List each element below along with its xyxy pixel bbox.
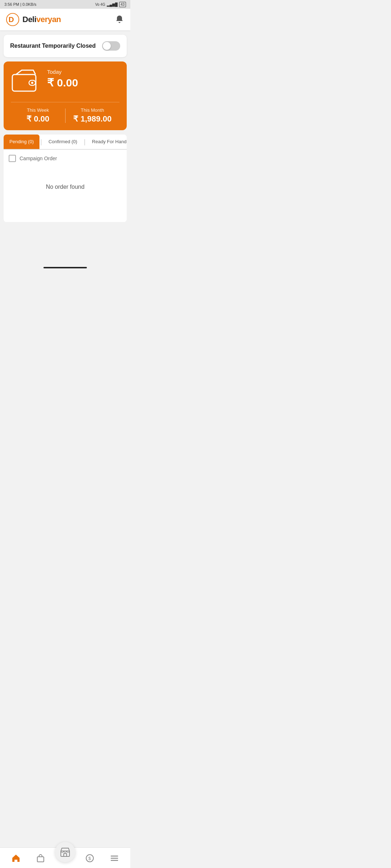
month-label: This Month [66,107,120,113]
order-tabs: Pending (0) | Confirmed (0) | Ready For … [4,135,127,150]
orders-content: Campaign Order No order found [4,150,127,222]
week-earnings-col: This Week ₹ 0.00 [11,107,65,124]
network-icon: Vo 4G [95,3,105,7]
today-amount: ₹ 0.00 [47,76,78,89]
earnings-bottom: This Week ₹ 0.00 This Month ₹ 1,989.00 [11,102,119,124]
tab-pending[interactable]: Pending (0) [4,135,39,150]
notification-bell-icon[interactable] [114,14,125,25]
restaurant-closed-card: Restaurant Temporarily Closed [4,35,127,57]
week-amount: ₹ 0.00 [11,114,65,124]
svg-point-4 [31,82,33,84]
bottom-bar-indicator [43,267,87,268]
wallet-svg [11,69,40,94]
logo-icon: D [6,13,20,26]
battery-indicator: 43 [119,2,126,7]
restaurant-closed-label: Restaurant Temporarily Closed [10,43,96,49]
status-time-network: 3:56 PM | 0.0KB/s [4,2,36,7]
logo-area: D Deliveryan [6,13,61,26]
month-earnings-col: This Month ₹ 1,989.00 [66,107,120,124]
header: D Deliveryan [0,9,130,30]
tab-divider-1: | [39,135,43,149]
restaurant-closed-toggle[interactable] [102,41,120,51]
campaign-order-row: Campaign Order [9,155,122,162]
tab-ready-handover[interactable]: Ready For Handover (0) [86,135,127,150]
campaign-order-label: Campaign Order [20,156,57,161]
week-label: This Week [11,107,65,113]
svg-text:D: D [9,15,14,24]
today-earnings-section: Today ₹ 0.00 [47,69,78,89]
today-label: Today [47,69,78,75]
earnings-card: Today ₹ 0.00 This Week ₹ 0.00 This Month… [4,61,127,130]
logo-text: Deliveryan [22,15,61,24]
tab-divider-2: | [83,135,86,149]
toggle-slider [102,41,120,51]
month-amount: ₹ 1,989.00 [66,114,120,124]
signal-bars: ▂▄▆█ [107,3,118,7]
no-order-text: No order found [9,169,122,197]
status-bar: 3:56 PM | 0.0KB/s Vo 4G ▂▄▆█ 43 [0,0,130,9]
campaign-order-checkbox[interactable] [9,155,16,162]
status-right: Vo 4G ▂▄▆█ 43 [95,2,126,7]
tab-confirmed[interactable]: Confirmed (0) [43,135,83,150]
earnings-top: Today ₹ 0.00 [11,69,119,95]
wallet-icon [11,69,40,95]
